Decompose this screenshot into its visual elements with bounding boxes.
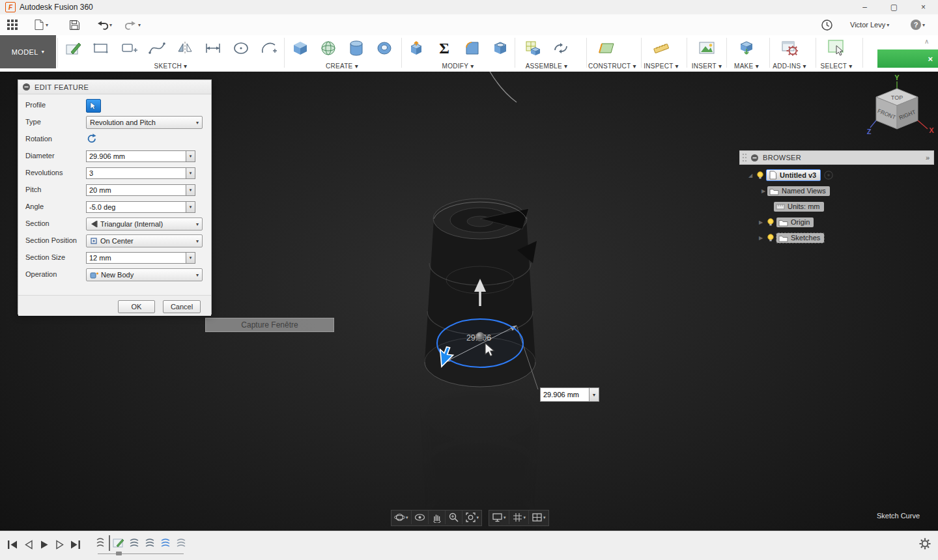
visibility-bulb-icon[interactable] xyxy=(756,171,765,180)
timeline-skip-end-button[interactable] xyxy=(68,538,83,551)
timeline-scrubber-track[interactable] xyxy=(98,553,184,554)
maximize-button[interactable]: ▢ xyxy=(879,0,909,14)
collapse-ribbon-icon[interactable]: ∧ xyxy=(924,38,929,45)
sphere-primitive-icon[interactable] xyxy=(319,38,338,58)
cylinder-primitive-icon[interactable] xyxy=(347,38,366,58)
timeline-feature-coil[interactable] xyxy=(128,537,141,550)
tab-create[interactable]: CREATE ▾ xyxy=(287,63,397,70)
file-menu-button[interactable]: ▾ xyxy=(34,18,48,32)
section-position-select[interactable]: On Center ▾ xyxy=(86,234,203,247)
app-grid-icon[interactable] xyxy=(7,18,18,32)
timeline-feature-sketch[interactable] xyxy=(112,537,125,550)
sketch-dimension-icon[interactable] xyxy=(203,38,223,58)
ok-button[interactable]: OK xyxy=(118,300,155,313)
browser-row-root[interactable]: ◢ Untitled v3 xyxy=(746,168,834,182)
timeline-feature-coil[interactable] xyxy=(175,537,188,550)
tab-insert[interactable]: INSERT ▾ xyxy=(689,63,725,70)
browser-row-sketches[interactable]: ▶ Sketches xyxy=(757,231,824,245)
expand-icon[interactable]: ▶ xyxy=(760,188,767,194)
mirror-tool-icon[interactable] xyxy=(175,38,195,58)
browser-row-units[interactable]: Units: mm xyxy=(774,199,824,214)
toast-close-icon[interactable]: × xyxy=(928,54,933,64)
browser-row-origin[interactable]: ▶ Origin xyxy=(757,215,814,229)
dialog-header[interactable]: EDIT FEATURE xyxy=(18,80,211,94)
capture-position-icon[interactable] xyxy=(823,170,834,180)
redo-button[interactable]: ▾ xyxy=(125,18,141,32)
document-node[interactable]: Untitled v3 xyxy=(766,169,821,181)
browser-row-named-views[interactable]: ▶ Named Views xyxy=(760,184,830,198)
tab-inspect[interactable]: INSPECT ▾ xyxy=(643,63,679,70)
rotation-direction-button[interactable] xyxy=(86,133,98,147)
sigma-parameters-icon[interactable]: Σ xyxy=(434,38,454,58)
select-window-icon[interactable] xyxy=(827,38,846,58)
expand-icon[interactable]: ▶ xyxy=(757,219,765,225)
tab-assemble[interactable]: ASSEMBLE ▾ xyxy=(517,63,576,70)
measure-icon[interactable] xyxy=(651,38,671,58)
look-at-button[interactable] xyxy=(412,511,429,524)
timeline-scrubber-handle[interactable] xyxy=(116,552,122,555)
history-clock-icon[interactable] xyxy=(821,18,833,32)
timeline-feature-coil[interactable] xyxy=(159,537,172,550)
insert-image-icon[interactable] xyxy=(697,38,717,58)
expand-icon[interactable]: ▶ xyxy=(757,235,765,241)
display-settings-button[interactable]: ▾ xyxy=(489,511,509,524)
workspace-selector[interactable]: MODEL ▾ xyxy=(0,35,56,68)
circle-tool-icon[interactable] xyxy=(231,38,251,58)
section-size-dropdown[interactable]: ▾ xyxy=(186,252,195,264)
spline-tool-icon[interactable] xyxy=(147,38,167,58)
rounded-rectangle-tool-icon[interactable] xyxy=(119,38,139,58)
shell-icon[interactable] xyxy=(490,38,510,58)
save-button[interactable] xyxy=(69,18,80,32)
create-sketch-icon[interactable] xyxy=(63,38,83,58)
timeline-play-button[interactable] xyxy=(37,538,51,551)
coil-primitive-icon[interactable] xyxy=(375,38,394,58)
user-menu-button[interactable]: Victor Levy ▾ xyxy=(850,18,889,32)
fillet-icon[interactable] xyxy=(462,38,482,58)
timeline-skip-start-button[interactable] xyxy=(5,538,20,551)
timeline-settings-gear-icon[interactable] xyxy=(918,537,931,553)
help-menu-button[interactable]: ? ▾ xyxy=(911,18,925,32)
profile-select-button[interactable] xyxy=(86,99,101,113)
pan-button[interactable] xyxy=(429,511,446,524)
tab-select[interactable]: SELECT ▾ xyxy=(818,63,855,70)
undo-button[interactable]: ▾ xyxy=(96,18,112,32)
collapse-icon[interactable] xyxy=(22,83,31,91)
cancel-button[interactable]: Cancel xyxy=(163,300,201,313)
rotate-manipulator-ring[interactable] xyxy=(437,319,523,367)
construction-plane-icon[interactable] xyxy=(597,38,616,58)
timeline-playhead[interactable] xyxy=(109,535,110,551)
expand-panel-icon[interactable]: » xyxy=(926,154,930,161)
section-size-field[interactable] xyxy=(86,252,186,264)
fit-zoom-window-button[interactable]: ▾ xyxy=(462,511,482,524)
expanded-icon[interactable]: ◢ xyxy=(746,173,754,178)
tab-make[interactable]: MAKE ▾ xyxy=(728,63,765,70)
angle-field[interactable] xyxy=(86,201,186,213)
diameter-dropdown[interactable]: ▾ xyxy=(186,150,195,162)
addins-scripts-icon[interactable] xyxy=(780,38,799,58)
timeline-step-back-button[interactable] xyxy=(21,538,36,551)
pitch-field[interactable] xyxy=(86,184,186,196)
new-component-icon[interactable] xyxy=(523,38,543,58)
timeline-feature-list-icon[interactable] xyxy=(94,537,107,550)
viewports-button[interactable]: ▾ xyxy=(529,511,548,524)
section-select[interactable]: Triangular (Internal) ▾ xyxy=(86,217,203,231)
tab-modify[interactable]: MODIFY ▾ xyxy=(404,63,512,70)
tab-addins[interactable]: ADD-INS ▾ xyxy=(771,63,808,70)
zoom-button[interactable] xyxy=(446,511,462,524)
operation-select[interactable]: New Body ▾ xyxy=(86,268,203,281)
angle-dropdown[interactable]: ▾ xyxy=(186,201,195,213)
diameter-value-input[interactable] xyxy=(540,387,590,402)
make-3d-print-icon[interactable] xyxy=(737,38,756,58)
arc-tool-icon[interactable] xyxy=(259,38,279,58)
revolutions-dropdown[interactable]: ▾ xyxy=(186,167,195,179)
collapse-icon[interactable] xyxy=(750,154,759,162)
view-cube[interactable]: Y TOP FRONT RIGHT X Z xyxy=(866,73,938,139)
pitch-dropdown[interactable]: ▾ xyxy=(186,184,195,196)
timeline-feature-coil[interactable] xyxy=(143,537,156,550)
grid-snap-button[interactable]: ▾ xyxy=(509,511,530,524)
joint-icon[interactable] xyxy=(551,38,571,58)
visibility-bulb-icon[interactable] xyxy=(766,233,775,242)
orbit-button[interactable]: ▾ xyxy=(391,511,412,524)
revolutions-field[interactable] xyxy=(86,167,186,179)
tab-sketch[interactable]: SKETCH ▾ xyxy=(61,63,280,70)
